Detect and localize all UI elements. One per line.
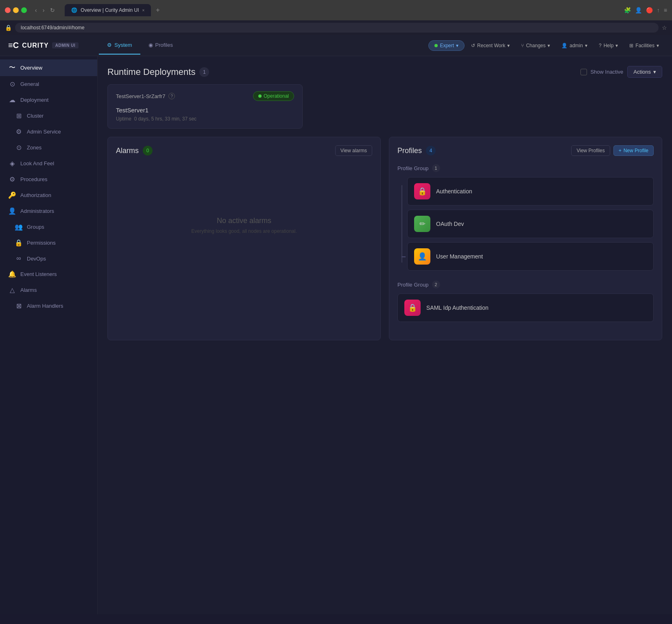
help-icon: ? — [599, 43, 602, 48]
actions-button[interactable]: Actions ▾ — [627, 66, 662, 78]
profile-group-1-text: Profile Group — [397, 165, 429, 171]
menu-icon[interactable]: ≡ — [664, 7, 667, 13]
authentication-icon: 🔒 — [414, 183, 430, 199]
alarms-panel-actions: View alarms — [335, 145, 372, 156]
sidebar-item-devops[interactable]: ∞ DevOps — [0, 251, 97, 266]
profile-item-user-management[interactable]: 👤 User Management — [407, 242, 654, 271]
server-card[interactable]: TestServer1-SrZarfr7 ? Operational TestS… — [107, 84, 303, 129]
alarms-panel: Alarms 0 View alarms No active alarms Ev… — [107, 137, 381, 340]
cluster-icon: ⊞ — [15, 112, 23, 120]
user-management-label: User Management — [436, 253, 483, 260]
authorization-icon: 🔑 — [8, 191, 16, 199]
status-dot — [434, 44, 438, 47]
deployment-icon: ☁ — [8, 96, 16, 104]
notifications-icon[interactable]: 🔴 — [646, 7, 653, 13]
profile-item-authentication[interactable]: 🔒 Authentication — [407, 177, 654, 206]
recent-work-button[interactable]: ↺ Recent Work ▾ — [466, 40, 515, 51]
sidebar-alarms-label: Alarms — [20, 287, 37, 293]
extensions-icon[interactable]: 🧩 — [624, 7, 631, 13]
new-profile-button[interactable]: + New Profile — [613, 145, 654, 156]
bookmark-icon[interactable]: ☆ — [662, 24, 667, 31]
sidebar-item-procedures[interactable]: ⚙ Procedures — [0, 171, 97, 187]
sidebar-look-and-feel-label: Look And Feel — [20, 160, 54, 166]
runtime-count-badge: 1 — [199, 67, 209, 77]
minimize-button[interactable] — [13, 7, 19, 13]
tab-profiles[interactable]: ◉ Profiles — [140, 36, 181, 55]
sidebar-event-listeners-label: Event Listeners — [20, 271, 57, 277]
sidebar-zones-label: Zones — [27, 145, 41, 151]
recent-work-icon: ↺ — [471, 43, 475, 48]
expert-mode-button[interactable]: Expert ▾ — [428, 40, 465, 51]
system-tab-label: System — [114, 42, 132, 48]
view-profiles-button[interactable]: View Profiles — [571, 145, 610, 156]
forward-button[interactable]: › — [41, 6, 46, 14]
facilities-chevron-icon: ▾ — [657, 43, 659, 48]
sidebar-item-general[interactable]: ⊙ General — [0, 76, 97, 92]
alarms-title: Alarms 0 — [116, 146, 153, 155]
sidebar-item-authorization[interactable]: 🔑 Authorization — [0, 187, 97, 203]
sidebar-item-cluster[interactable]: ⊞ Cluster — [0, 108, 97, 124]
content-area: Runtime Deployments 1 Show Inactive Acti… — [98, 56, 672, 614]
two-column-layout: Alarms 0 View alarms No active alarms Ev… — [107, 137, 662, 340]
zones-icon: ⊙ — [15, 144, 23, 151]
sidebar-item-look-and-feel[interactable]: ◈ Look And Feel — [0, 155, 97, 171]
sidebar-administrators-label: Administrators — [20, 208, 54, 214]
profile-group-1-number: 1 — [432, 164, 440, 172]
connector-line-1 — [401, 185, 402, 263]
close-button[interactable] — [5, 7, 11, 13]
tab-favicon: 🌐 — [71, 7, 77, 13]
uptime-label: Uptime — [116, 116, 131, 122]
sidebar-item-groups[interactable]: 👥 Groups — [0, 219, 97, 235]
sidebar-item-alarms[interactable]: △ Alarms — [0, 282, 97, 298]
back-button[interactable]: ‹ — [33, 6, 39, 14]
sidebar-item-zones[interactable]: ⊙ Zones — [0, 140, 97, 155]
sidebar-item-admin-service[interactable]: ⚙ Admin Service — [0, 124, 97, 140]
look-and-feel-icon: ◈ — [8, 160, 16, 167]
help-button[interactable]: ? Help ▾ — [594, 40, 623, 51]
sidebar-item-administrators[interactable]: 👤 Administrators — [0, 203, 97, 219]
browser-chrome: ‹ › ↻ 🌐 Overview | Curity Admin UI × + 🧩… — [0, 0, 672, 35]
devops-icon: ∞ — [15, 255, 23, 262]
new-tab-button[interactable]: + — [153, 3, 163, 17]
user-management-row: 👤 User Management — [407, 242, 654, 271]
admin-ui-badge: ADMIN UI — [52, 42, 79, 48]
sidebar-item-deployment[interactable]: ☁ Deployment — [0, 92, 97, 108]
sidebar-groups-label: Groups — [27, 224, 44, 230]
tab-close-button[interactable]: × — [142, 8, 145, 13]
view-alarms-button[interactable]: View alarms — [335, 145, 372, 156]
tab-system[interactable]: ⚙ System — [99, 36, 140, 55]
sidebar-item-overview[interactable]: 〜 Overview — [0, 59, 97, 76]
fullscreen-button[interactable] — [21, 7, 27, 13]
reload-button[interactable]: ↻ — [48, 6, 57, 14]
active-tab[interactable]: 🌐 Overview | Curity Admin UI × — [65, 4, 151, 16]
profiles-tab-label: Profiles — [155, 42, 173, 48]
sidebar-procedures-label: Procedures — [20, 176, 47, 182]
admin-chevron-icon: ▾ — [585, 43, 587, 48]
show-inactive-checkbox[interactable] — [580, 69, 587, 75]
server-help-icon[interactable]: ? — [168, 93, 175, 99]
runtime-deployments-label: Runtime Deployments — [107, 67, 195, 77]
runtime-deployments-header: Runtime Deployments 1 Show Inactive Acti… — [107, 66, 662, 78]
server-card-header: TestServer1-SrZarfr7 ? Operational — [116, 91, 294, 101]
saml-idp-label: SAML Idp Authentication — [426, 304, 489, 311]
share-icon[interactable]: ↑ — [657, 7, 660, 13]
server-name: TestServer1-SrZarfr7 — [116, 93, 165, 99]
address-bar[interactable]: localhost:6749/admin/#/home — [15, 23, 659, 33]
admin-button[interactable]: 👤 admin ▾ — [556, 40, 592, 51]
sidebar-item-permissions[interactable]: 🔒 Permissions — [0, 235, 97, 251]
profile-icon[interactable]: 👤 — [635, 7, 642, 13]
profile-item-oauth-dev[interactable]: ✏ OAuth Dev — [407, 210, 654, 238]
traffic-lights — [5, 7, 27, 13]
overview-icon: 〜 — [8, 63, 16, 72]
authentication-label: Authentication — [436, 188, 472, 195]
changes-button[interactable]: ⑂ Changes ▾ — [516, 40, 555, 51]
sidebar-item-alarm-handlers[interactable]: ⊠ Alarm Handlers — [0, 298, 97, 314]
recent-work-chevron-icon: ▾ — [507, 43, 510, 48]
sidebar: 〜 Overview ⊙ General ☁ Deployment ⊞ Clus… — [0, 56, 98, 614]
nav-actions: Expert ▾ ↺ Recent Work ▾ ⑂ Changes ▾ 👤 a… — [428, 40, 664, 51]
sidebar-item-event-listeners[interactable]: 🔔 Event Listeners — [0, 266, 97, 282]
alarm-handlers-icon: ⊠ — [15, 302, 23, 310]
profile-item-saml-idp[interactable]: 🔒 SAML Idp Authentication — [397, 293, 654, 322]
facilities-button[interactable]: ⊞ Facilities ▾ — [624, 40, 664, 51]
show-inactive-toggle[interactable]: Show Inactive — [580, 69, 623, 75]
